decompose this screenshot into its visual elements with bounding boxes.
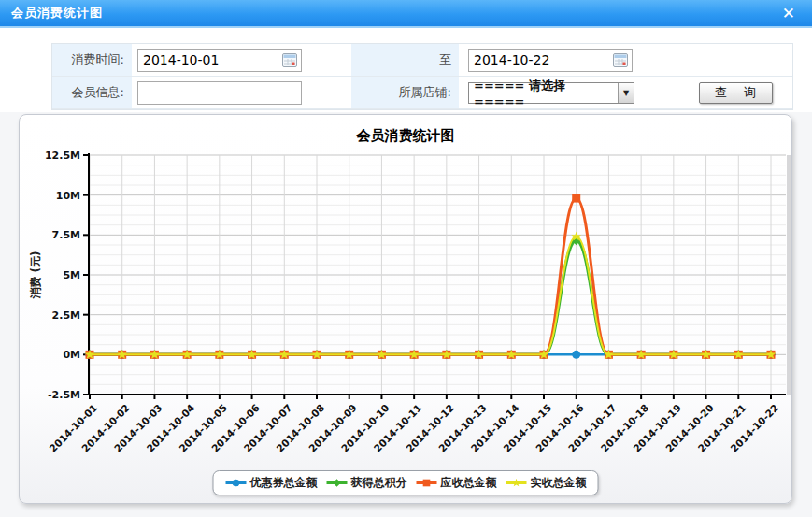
window-titlebar: 会员消费统计图 ✕ [0, 0, 812, 28]
y-tick-label: 0M [63, 349, 80, 361]
series-1 [85, 236, 776, 359]
query-button[interactable]: 查 询 [699, 82, 773, 104]
legend-item-label: 获得总积分 [351, 475, 407, 491]
legend-marker-icon [225, 477, 248, 489]
shop-label: 所属店铺: [351, 77, 459, 109]
legend-item[interactable]: 优惠券总金额 [225, 475, 318, 491]
window-title: 会员消费统计图 [11, 5, 103, 22]
filter-form: 消费时间: 至 [0, 28, 812, 112]
legend-item-label: 实收总金额 [531, 475, 587, 491]
plot-right-shadow [787, 155, 791, 395]
legend-marker-icon [416, 477, 438, 489]
date-from-input[interactable] [137, 49, 302, 72]
consume-time-label: 消费时间: [52, 44, 132, 77]
series-1-markers [85, 236, 776, 359]
member-info-label: 会员信息: [52, 77, 132, 109]
y-tick-label: 7.5M [52, 229, 80, 241]
y-axis-title: 消费 (元) [29, 251, 42, 299]
spacer-cell [678, 44, 792, 77]
y-tick-label: 5M [63, 269, 80, 281]
chart-canvas: -2.5M0M2.5M5M7.5M10M12.5M2014-10-012014-… [20, 115, 791, 503]
y-tick-label: 10M [56, 190, 80, 202]
legend-item[interactable]: 应收总金额 [416, 475, 497, 491]
legend-item-label: 应收总金额 [441, 475, 497, 491]
legend-marker-icon [326, 477, 349, 489]
y-tick-label: 12.5M [45, 150, 80, 162]
series-2-markers [86, 194, 776, 359]
y-tick-label: -2.5M [48, 389, 80, 401]
legend-item-label: 优惠券总金额 [250, 475, 318, 491]
date-to-label: 至 [351, 44, 459, 77]
shop-select-value: ===== 请选择 ===== [474, 78, 618, 108]
y-tick-label: 2.5M [52, 309, 80, 322]
calendar-icon[interactable] [282, 53, 297, 67]
shop-select[interactable]: ===== 请选择 ===== ▼ [468, 82, 634, 104]
legend-item[interactable]: 获得总积分 [326, 475, 407, 491]
chevron-down-icon[interactable]: ▼ [618, 83, 634, 103]
gridlines [89, 155, 786, 395]
series-2 [86, 194, 776, 359]
calendar-icon[interactable] [613, 53, 628, 67]
chart-legend: 优惠券总金额获得总积分应收总金额实收总金额 [213, 470, 599, 495]
legend-item[interactable]: 实收总金额 [506, 475, 587, 491]
filter-table: 消费时间: 至 [51, 43, 793, 110]
close-icon[interactable]: ✕ [776, 6, 801, 22]
member-info-input[interactable] [137, 81, 302, 105]
date-to-input[interactable] [468, 49, 633, 72]
legend-marker-icon [506, 477, 528, 489]
chart-panel: 会员消费统计图 -2.5M0M2.5M5M7.5M10M12.5M2014-10… [19, 114, 792, 504]
